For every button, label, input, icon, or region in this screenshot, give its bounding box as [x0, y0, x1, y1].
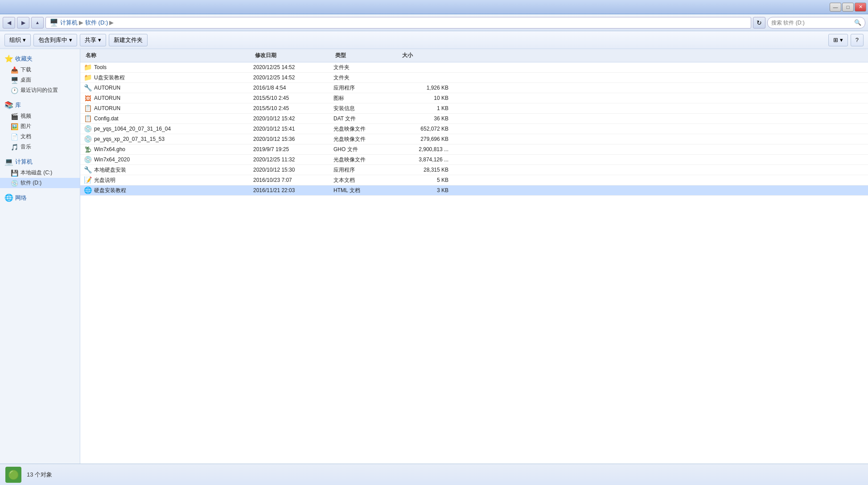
network-section: 🌐 网络 — [0, 192, 80, 204]
table-row[interactable]: 🔧 AUTORUN 2016/1/8 4:54 应用程序 1,926 KB — [80, 83, 868, 93]
file-modified: 2015/5/10 2:45 — [253, 105, 333, 111]
file-name-label: 光盘说明 — [94, 177, 115, 184]
file-name-cell: 🗜 Win7x64.gho — [84, 145, 253, 153]
forward-button[interactable]: ▶ — [17, 17, 29, 29]
file-type: 文件夹 — [333, 64, 400, 71]
filelist-header: 名称 修改日期 类型 大小 — [80, 49, 868, 62]
computer-header[interactable]: 💻 计算机 — [0, 156, 80, 168]
back-button[interactable]: ◀ — [3, 17, 15, 29]
file-size: 3,874,126 ... — [400, 156, 454, 163]
file-name-cell: 🖼 AUTORUN — [84, 94, 253, 102]
up-button[interactable]: ▲ — [31, 17, 44, 29]
file-name-label: 本地硬盘安装 — [94, 166, 126, 174]
refresh-button[interactable]: ↻ — [753, 17, 765, 29]
organize-button[interactable]: 组织 ▾ — [4, 34, 31, 46]
file-type: 图标 — [333, 95, 400, 102]
file-modified: 2020/12/25 11:32 — [253, 156, 333, 163]
file-name-cell: 📁 U盘安装教程 — [84, 74, 253, 82]
recent-icon: 🕐 — [11, 87, 18, 94]
file-type: 安装信息 — [333, 105, 400, 112]
include-library-button[interactable]: 包含到库中 ▾ — [33, 34, 77, 46]
window-controls: — □ ✕ — [830, 3, 866, 12]
music-icon: 🎵 — [11, 144, 18, 151]
table-row[interactable]: 📝 光盘说明 2016/10/23 7:07 文本文档 5 KB — [80, 175, 868, 185]
table-row[interactable]: 💿 Win7x64_2020 2020/12/25 11:32 光盘映像文件 3… — [80, 155, 868, 165]
file-type-icon: 🖼 — [84, 94, 92, 102]
favorites-header[interactable]: ⭐ 收藏夹 — [0, 53, 80, 65]
table-row[interactable]: 📁 Tools 2020/12/25 14:52 文件夹 — [80, 62, 868, 73]
sidebar: ⭐ 收藏夹 📥 下载 🖥️ 桌面 🕐 最近访问的位置 📚 库 — [0, 49, 80, 464]
table-row[interactable]: 🖼 AUTORUN 2015/5/10 2:45 图标 10 KB — [80, 93, 868, 103]
table-row[interactable]: 📋 AUTORUN 2015/5/10 2:45 安装信息 1 KB — [80, 103, 868, 114]
drive-d-icon: 💿 — [11, 180, 18, 187]
close-button[interactable]: ✕ — [855, 3, 866, 12]
file-type-icon: 🔧 — [84, 166, 92, 174]
maximize-button[interactable]: □ — [842, 3, 854, 12]
sidebar-item-software-d[interactable]: 💿 软件 (D:) — [0, 178, 80, 188]
table-row[interactable]: 📋 Config.dat 2020/10/12 15:42 DAT 文件 36 … — [80, 114, 868, 124]
breadcrumb-computer[interactable]: 计算机 ▶ — [60, 19, 83, 27]
file-type-icon: 📋 — [84, 104, 92, 112]
file-name-cell: 📁 Tools — [84, 63, 253, 71]
file-name-label: Config.dat — [94, 115, 119, 122]
file-name-label: Win7x64_2020 — [94, 156, 130, 163]
computer-icon: 💻 — [4, 157, 13, 166]
file-modified: 2015/5/10 2:45 — [253, 95, 333, 101]
file-name-label: Win7x64.gho — [94, 146, 125, 152]
table-row[interactable]: 💿 pe_yqs_1064_20_07_31_16_04 2020/10/12 … — [80, 124, 868, 134]
network-header[interactable]: 🌐 网络 — [0, 192, 80, 204]
view-button[interactable]: ⊞ ▾ — [828, 34, 848, 46]
sidebar-item-document[interactable]: 📄 文档 — [0, 132, 80, 142]
sidebar-item-picture[interactable]: 🖼️ 图片 — [0, 121, 80, 132]
file-type-icon: 🔧 — [84, 84, 92, 92]
file-type: 文件夹 — [333, 74, 400, 82]
file-name-cell: 🌐 硬盘安装教程 — [84, 186, 253, 194]
sidebar-item-local-c[interactable]: 💾 本地磁盘 (C:) — [0, 168, 80, 178]
column-modified[interactable]: 修改日期 — [253, 51, 333, 60]
table-row[interactable]: 🗜 Win7x64.gho 2019/9/7 19:25 GHO 文件 2,90… — [80, 144, 868, 155]
file-name-label: 硬盘安装教程 — [94, 187, 126, 194]
table-row[interactable]: 🔧 本地硬盘安装 2020/10/12 15:30 应用程序 28,315 KB — [80, 165, 868, 175]
table-row[interactable]: 💿 pe_yqs_xp_20_07_31_15_53 2020/10/12 15… — [80, 134, 868, 144]
file-rows-container: 📁 Tools 2020/12/25 14:52 文件夹 📁 U盘安装教程 20… — [80, 62, 868, 196]
file-type: 光盘映像文件 — [333, 136, 400, 143]
file-name-cell: 💿 Win7x64_2020 — [84, 156, 253, 164]
search-input[interactable] — [771, 20, 852, 26]
file-type-icon: 🌐 — [84, 186, 92, 194]
file-type: 文本文档 — [333, 177, 400, 184]
status-count: 13 个对象 — [27, 471, 52, 479]
breadcrumb-drive[interactable]: 软件 (D:) ▶ — [85, 19, 114, 27]
file-type-icon: 📋 — [84, 115, 92, 123]
sidebar-item-desktop[interactable]: 🖥️ 桌面 — [0, 75, 80, 85]
file-modified: 2016/1/8 4:54 — [253, 85, 333, 91]
new-folder-button[interactable]: 新建文件夹 — [109, 34, 148, 46]
file-type-icon: 🗜 — [84, 145, 92, 153]
file-name-cell: 💿 pe_yqs_xp_20_07_31_15_53 — [84, 135, 253, 143]
file-name-cell: 🔧 本地硬盘安装 — [84, 166, 253, 174]
column-name[interactable]: 名称 — [84, 51, 253, 60]
library-header[interactable]: 📚 库 — [0, 99, 80, 111]
file-name-label: AUTORUN — [94, 95, 120, 101]
addressbar: ◀ ▶ ▲ 🖥️ 计算机 ▶ 软件 (D:) ▶ ↻ 🔍 — [0, 14, 868, 31]
column-size[interactable]: 大小 — [400, 51, 454, 60]
file-modified: 2020/10/12 15:30 — [253, 167, 333, 173]
share-button[interactable]: 共享 ▾ — [80, 34, 106, 46]
column-type[interactable]: 类型 — [333, 51, 400, 60]
file-name-label: U盘安装教程 — [94, 74, 125, 82]
file-modified: 2020/10/12 15:41 — [253, 126, 333, 132]
search-icon: 🔍 — [854, 19, 861, 26]
breadcrumb-bar: 🖥️ 计算机 ▶ 软件 (D:) ▶ — [45, 17, 751, 29]
file-size: 5 KB — [400, 177, 454, 183]
table-row[interactable]: 📁 U盘安装教程 2020/12/25 14:52 文件夹 — [80, 73, 868, 83]
table-row[interactable]: 🌐 硬盘安装教程 2016/11/21 22:03 HTML 文档 3 KB — [80, 185, 868, 196]
main-area: ⭐ 收藏夹 📥 下载 🖥️ 桌面 🕐 最近访问的位置 📚 库 — [0, 49, 868, 464]
sidebar-item-recent[interactable]: 🕐 最近访问的位置 — [0, 85, 80, 95]
minimize-button[interactable]: — — [830, 3, 841, 12]
view-icon: ⊞ — [833, 37, 838, 43]
sidebar-item-video[interactable]: 🎬 视频 — [0, 111, 80, 121]
file-size: 1,926 KB — [400, 85, 454, 91]
file-modified: 2020/12/25 14:52 — [253, 74, 333, 81]
sidebar-item-music[interactable]: 🎵 音乐 — [0, 142, 80, 152]
help-button[interactable]: ? — [851, 34, 864, 46]
sidebar-item-download[interactable]: 📥 下载 — [0, 65, 80, 75]
